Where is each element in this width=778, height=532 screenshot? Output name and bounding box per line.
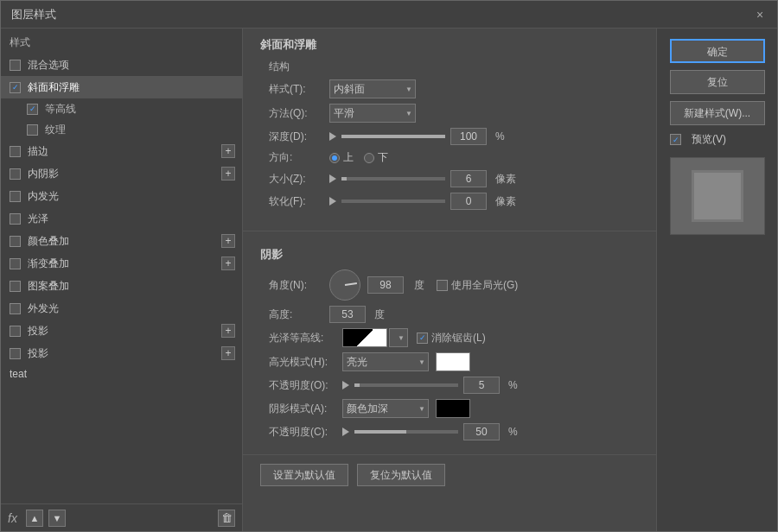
shadow-opacity-input[interactable]	[463, 423, 500, 440]
altitude-label: 高度:	[269, 307, 329, 322]
color-overlay-add-button[interactable]: +	[221, 234, 235, 248]
sidebar-item-inner-shadow[interactable]: 内阴影 +	[1, 162, 242, 185]
sidebar-item-blend[interactable]: 混合选项	[1, 54, 242, 76]
global-light-checkbox[interactable]	[437, 280, 448, 291]
set-default-button[interactable]: 设置为默认值	[260, 464, 348, 486]
sidebar-item-bevel[interactable]: 斜面和浮雕	[1, 76, 242, 98]
gloss-contour-preview[interactable]	[342, 328, 387, 347]
angle-label: 角度(N):	[269, 278, 329, 293]
move-up-button[interactable]: ▲	[26, 510, 43, 527]
texture-checkbox[interactable]	[27, 124, 38, 136]
altitude-input[interactable]	[329, 306, 366, 323]
highlight-mode-row: 高光模式(H): 亮光 正常 溶解 变暗	[260, 352, 639, 371]
bevel-checkbox[interactable]	[10, 82, 21, 93]
gradient-overlay-add-button[interactable]: +	[221, 256, 235, 270]
preview-check-container[interactable]: 预览(V)	[666, 132, 726, 147]
shadow-opacity-track[interactable]	[354, 430, 458, 434]
global-light-label[interactable]: 使用全局光(G)	[437, 278, 518, 293]
drop-shadow-2-add-button[interactable]: +	[221, 346, 235, 360]
inner-shadow-checkbox[interactable]	[10, 168, 21, 180]
highlight-opacity-track[interactable]	[354, 383, 458, 387]
sidebar-item-drop-shadow-2[interactable]: 投影 +	[1, 342, 242, 364]
styles-label: 样式	[10, 36, 30, 48]
preview-checkbox[interactable]	[670, 134, 681, 145]
sidebar-item-pattern-overlay[interactable]: 图案叠加	[1, 275, 242, 297]
highlight-opacity-input[interactable]	[463, 377, 500, 394]
depth-input[interactable]	[450, 128, 487, 145]
blend-checkbox[interactable]	[10, 60, 21, 71]
direction-down-label: 下	[378, 150, 388, 165]
left-panel-list: 混合选项 斜面和浮雕 等高线 纹理	[1, 54, 242, 504]
contour-checkbox[interactable]	[27, 104, 38, 115]
reset-button[interactable]: 复位	[670, 70, 765, 94]
angle-control: 度 使用全局光(G)	[329, 269, 518, 301]
direction-radio-group: 上 下	[329, 150, 388, 165]
sidebar-item-drop-shadow-1[interactable]: 投影 +	[1, 320, 242, 342]
direction-label: 方向:	[269, 150, 329, 165]
direction-down-radio[interactable]	[364, 153, 374, 163]
soften-input[interactable]	[450, 193, 487, 210]
altitude-slider-container: 度	[329, 306, 385, 323]
size-input[interactable]	[450, 170, 487, 187]
inner-shadow-add-button[interactable]: +	[221, 167, 235, 180]
drop-shadow-1-checkbox[interactable]	[10, 326, 21, 337]
shadow-color-swatch[interactable]	[436, 399, 470, 418]
gradient-overlay-checkbox[interactable]	[10, 258, 21, 269]
angle-input[interactable]	[367, 276, 404, 294]
method-row: 方法(Q): 平滑 雕刻清晰 雕刻柔和	[260, 104, 639, 123]
sidebar-item-texture[interactable]: 纹理	[1, 119, 242, 140]
style-select[interactable]: 内斜面 外斜面 浮雕效果 枕状浮雕 描边浮雕	[329, 79, 416, 98]
shadow-mode-select[interactable]: 颜色加深 正常 溶解	[342, 399, 429, 418]
outer-glow-checkbox[interactable]	[10, 303, 21, 314]
method-select[interactable]: 平滑 雕刻清晰 雕刻柔和	[329, 104, 416, 123]
style-label: 样式(T):	[269, 82, 329, 97]
direction-down-item[interactable]: 下	[364, 150, 388, 165]
color-overlay-checkbox[interactable]	[10, 236, 21, 247]
inner-glow-checkbox[interactable]	[10, 191, 21, 202]
sidebar-item-stroke[interactable]: 描边 +	[1, 140, 242, 162]
sidebar-item-outer-glow[interactable]: 外发光	[1, 297, 242, 320]
sidebar-item-color-overlay[interactable]: 颜色叠加 +	[1, 230, 242, 252]
move-down-button[interactable]: ▼	[48, 510, 66, 527]
sidebar-item-contour[interactable]: 等高线	[1, 98, 242, 119]
anti-alias-label[interactable]: 消除锯齿(L)	[417, 331, 486, 345]
pattern-overlay-checkbox[interactable]	[10, 281, 21, 292]
highlight-opacity-fill	[354, 383, 360, 387]
soften-unit: 像素	[495, 194, 516, 209]
ok-button[interactable]: 确定	[670, 39, 765, 63]
method-label: 方法(Q):	[269, 106, 329, 121]
highlight-mode-select[interactable]: 亮光 正常 溶解 变暗	[342, 352, 429, 371]
shadow-opacity-slider-arrow	[342, 428, 349, 436]
gloss-contour-label: 光泽等高线:	[269, 331, 342, 345]
gloss-contour-select[interactable]	[389, 328, 408, 347]
highlight-color-swatch[interactable]	[436, 352, 470, 371]
gradient-overlay-label: 渐变叠加	[28, 256, 69, 271]
stroke-checkbox[interactable]	[10, 146, 21, 157]
highlight-opacity-label: 不透明度(O):	[269, 378, 342, 393]
new-style-button[interactable]: 新建样式(W)...	[670, 101, 765, 125]
drop-shadow-2-checkbox[interactable]	[10, 348, 21, 359]
direction-up-item[interactable]: 上	[329, 150, 354, 165]
delete-button[interactable]: 🗑	[218, 510, 235, 527]
direction-up-radio[interactable]	[329, 153, 340, 163]
stroke-add-button[interactable]: +	[221, 144, 235, 158]
depth-slider-track[interactable]	[341, 135, 445, 138]
soften-slider-track[interactable]	[341, 200, 445, 203]
anti-alias-text: 消除锯齿(L)	[431, 331, 486, 345]
size-label: 大小(Z):	[269, 172, 329, 187]
sidebar-item-satin[interactable]: 光泽	[1, 207, 242, 230]
satin-checkbox[interactable]	[10, 213, 21, 225]
angle-needle	[345, 282, 357, 286]
depth-unit: %	[495, 130, 505, 142]
preview-box	[670, 157, 765, 235]
angle-dial[interactable]	[329, 269, 360, 301]
close-button[interactable]: ×	[753, 8, 767, 22]
anti-alias-checkbox[interactable]	[417, 332, 428, 344]
sidebar-item-gradient-overlay[interactable]: 渐变叠加 +	[1, 252, 242, 275]
drop-shadow-1-add-button[interactable]: +	[221, 324, 235, 338]
size-slider-track[interactable]	[341, 177, 445, 180]
direction-up-label: 上	[343, 150, 354, 165]
sidebar-item-inner-glow[interactable]: 内发光	[1, 185, 242, 207]
reset-default-button[interactable]: 复位为默认值	[357, 464, 445, 486]
shadow-opacity-label: 不透明度(C):	[269, 425, 342, 440]
